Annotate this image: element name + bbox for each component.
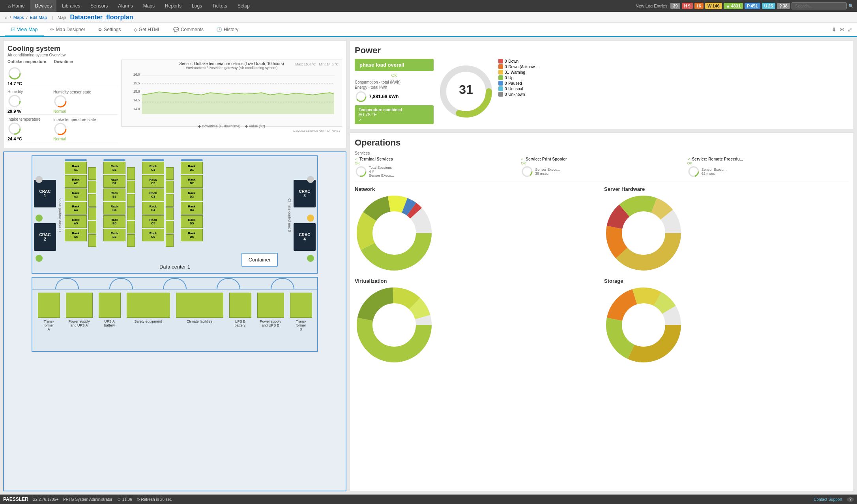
search-icon[interactable]: 🔍 [848, 4, 854, 9]
rack-col-a: RackA1 RackA2 RackA3 RackA4 RackA5 RackA… [65, 159, 87, 247]
rack-c4[interactable]: RackC4 [142, 202, 164, 215]
operations-title: Operations [355, 138, 849, 148]
crac-3[interactable]: CRAC3 [294, 180, 316, 207]
power-ups-b-box[interactable] [257, 293, 284, 318]
help-icon[interactable]: ? [847, 497, 854, 502]
contact-support-link[interactable]: Contact Support [814, 497, 842, 502]
nav-maps[interactable]: Maps [138, 0, 159, 12]
intake-state-value: Normal [53, 137, 118, 141]
nav-devices[interactable]: Devices [30, 0, 57, 12]
intake-temp-row: Intake temperature 24.4 °C Intake temper… [7, 116, 118, 142]
rack-a4[interactable]: RackA4 [65, 202, 87, 215]
crac-1[interactable]: CRAC1 [34, 180, 56, 207]
tab-history[interactable]: 🕐 History [210, 24, 245, 36]
crac-2[interactable]: CRAC2 [34, 223, 56, 251]
transformer-a-item: Trans-formerA [38, 293, 60, 331]
search-input[interactable] [792, 2, 847, 9]
badge-gray[interactable]: ? 38 [777, 3, 790, 9]
ups-a-battery-box[interactable] [99, 293, 121, 318]
power-ups-a-box[interactable] [66, 293, 93, 318]
rack-c3[interactable]: RackC3 [142, 189, 164, 201]
tab-view-map[interactable]: ☑ View Map [5, 24, 44, 36]
rack-c5[interactable]: RackC5 [142, 215, 164, 228]
badge-green[interactable]: ▲ 4831 [724, 3, 743, 9]
breadcrumb-maps[interactable]: Maps [13, 15, 24, 20]
status-down-ack-dot [498, 64, 503, 69]
rack-a5[interactable]: RackA5 [65, 215, 87, 228]
rack-d1[interactable]: RackD1 [181, 162, 203, 174]
nav-logs[interactable]: Logs [187, 0, 207, 12]
rack-d6[interactable]: RackD6 [181, 229, 203, 241]
rack-c2[interactable]: RackC2 [142, 175, 164, 188]
climate-facilities-box[interactable] [176, 293, 223, 318]
rack-a-side [88, 167, 96, 247]
equipment-area: Trans-formerA Power supplyand UPS A UPS … [32, 277, 318, 352]
container-button[interactable]: Container [241, 253, 278, 267]
nav-reports[interactable]: Reports [160, 0, 186, 12]
badge-blue[interactable]: P 451 [745, 3, 760, 9]
safety-equipment-box[interactable] [127, 293, 170, 318]
badge-red[interactable]: H 9 [682, 3, 693, 9]
svg-text:15.5: 15.5 [133, 81, 140, 85]
nav-tickets[interactable]: Tickets [208, 0, 232, 12]
email-icon[interactable]: ✉ [840, 26, 844, 33]
rack-d4[interactable]: RackD4 [181, 202, 203, 215]
climate-control-a: Climate control unit A [57, 164, 63, 267]
rack-b2[interactable]: RackB2 [103, 175, 125, 188]
chart-datetime: 7/1/2022 11:06:05 AM • ID: 75461 [123, 129, 340, 133]
nav-libraries[interactable]: Libraries [57, 0, 85, 12]
nav-home[interactable]: ⌂ Home [3, 0, 30, 12]
phase-load-button[interactable]: phase load overall [355, 59, 434, 71]
transformer-b-box[interactable] [290, 293, 312, 318]
rack-d3[interactable]: RackD3 [181, 189, 203, 201]
tab-bar: ☑ View Map ✏ Map Designer ⚙ Settings ◇ G… [0, 23, 857, 37]
rack-b4[interactable]: RackB4 [103, 202, 125, 215]
map-label: Map [58, 15, 66, 20]
refresh-label[interactable]: ⟳ Refresh in 26 sec [137, 497, 172, 502]
tab-get-html[interactable]: ◇ Get HTML [127, 24, 167, 36]
time-label: ⏱ 11:06 [117, 497, 132, 502]
badge-orange[interactable]: I 6 [694, 3, 704, 9]
transformer-a-box[interactable] [38, 293, 60, 318]
expand-icon[interactable]: ⤢ [848, 26, 852, 33]
tab-comments[interactable]: 💬 Comments [167, 24, 210, 36]
tab-map-designer[interactable]: ✏ Map Designer [44, 24, 92, 36]
tab-settings[interactable]: ⚙ Settings [92, 24, 127, 36]
rack-d5[interactable]: RackD5 [181, 215, 203, 228]
rack-col-b-header [103, 159, 125, 161]
rack-a3[interactable]: RackA3 [65, 189, 87, 201]
main-content: Cooling system Air conditioning system O… [0, 37, 857, 495]
temp-combined-btn[interactable]: Temperature combined 80.78 °F ✓ [355, 105, 434, 124]
status-up-row: 0 Up [498, 75, 538, 80]
badge-lblue[interactable]: U 25 [762, 3, 775, 9]
rack-c1[interactable]: RackC1 [142, 162, 164, 174]
safety-equipment-label: Safety equipment [134, 319, 162, 323]
ups-b-battery-box[interactable] [229, 293, 251, 318]
nav-sensors[interactable]: Sensors [86, 0, 112, 12]
new-log-count-badge[interactable]: 39 [670, 3, 680, 9]
server-hardware-chart-item: Server Hardware [604, 186, 849, 273]
storage-chart-item: Storage [604, 278, 849, 365]
rack-b3[interactable]: RackB3 [103, 189, 125, 201]
status-warning-row: 31 Warning [498, 70, 538, 75]
rack-a6[interactable]: RackA6 [65, 229, 87, 241]
rack-d2[interactable]: RackD2 [181, 175, 203, 188]
climate-facilities-item: Climate facilities [176, 293, 223, 323]
rack-a2[interactable]: RackA2 [65, 175, 87, 188]
humidity-label: Humidity [7, 90, 51, 94]
virtualization-title: Virtualization [355, 278, 599, 284]
nav-alarms[interactable]: Alarms [113, 0, 137, 12]
transformer-b-item: Trans-formerB [290, 293, 312, 331]
rack-b5[interactable]: RackB5 [103, 215, 125, 228]
rack-b6[interactable]: RackB6 [103, 229, 125, 241]
download-icon[interactable]: ⬇ [832, 26, 836, 33]
rack-a1[interactable]: RackA1 [65, 162, 87, 174]
badge-yellow[interactable]: W 146 [705, 3, 722, 9]
nav-setup[interactable]: Setup [233, 0, 254, 12]
breadcrumb-edit-map[interactable]: Edit Map [30, 15, 47, 20]
home-breadcrumb-icon[interactable]: ⌂ [5, 15, 7, 20]
rack-b1[interactable]: RackB1 [103, 162, 125, 174]
svg-point-60 [626, 308, 661, 342]
rack-c6[interactable]: RackC6 [142, 229, 164, 241]
crac-4[interactable]: CRAC4 [294, 223, 316, 251]
